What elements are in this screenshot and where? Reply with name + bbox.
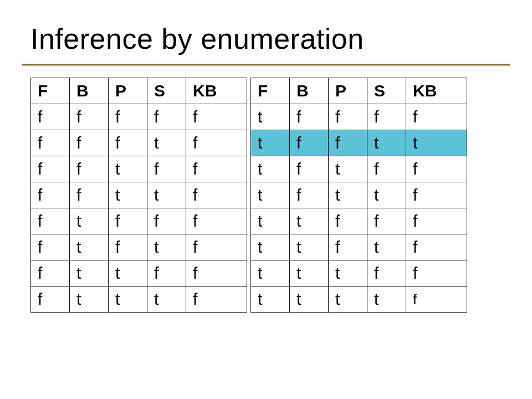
- col-B: B: [290, 78, 329, 104]
- table-row: fttff: [31, 260, 247, 287]
- cell: t: [290, 287, 329, 313]
- col-S: S: [367, 78, 406, 104]
- cell: t: [147, 130, 186, 156]
- cell: f: [329, 130, 367, 156]
- cell: f: [109, 130, 147, 156]
- cell: t: [329, 156, 367, 182]
- cell: t: [251, 208, 290, 234]
- cell: f: [147, 208, 186, 234]
- cell: f: [406, 156, 467, 182]
- cell: f: [147, 156, 186, 182]
- cell: t: [251, 104, 290, 130]
- cell: f: [186, 130, 247, 156]
- cell: f: [290, 130, 329, 156]
- table-header-row: F B P S KB: [251, 78, 467, 104]
- cell: f: [329, 104, 367, 130]
- cell: f: [31, 260, 70, 287]
- cell: f: [31, 182, 70, 208]
- table-row: tffff: [251, 104, 467, 130]
- cell: f: [31, 130, 70, 156]
- content-box: [24, 71, 507, 71]
- cell: f: [186, 234, 247, 260]
- cell: f: [186, 208, 247, 234]
- cell: f: [290, 104, 329, 130]
- cell: f: [109, 208, 147, 234]
- cell: f: [70, 182, 109, 208]
- cell: t: [70, 260, 109, 287]
- cell: f: [70, 156, 109, 182]
- truth-tables: F B P S KB fffffffftffftffffttfftfffftft…: [30, 78, 467, 313]
- table-row: ttttf: [251, 287, 467, 313]
- cell: f: [31, 234, 70, 260]
- cell: f: [70, 104, 109, 130]
- cell: t: [290, 260, 329, 287]
- col-F: F: [31, 78, 70, 104]
- cell: t: [367, 234, 406, 260]
- table-row: ftttf: [31, 287, 247, 313]
- right-tbody: tfffftfftttftfftfttfttfffttftftttffttttf: [251, 104, 467, 313]
- cell: f: [186, 156, 247, 182]
- col-S: S: [147, 78, 186, 104]
- cell: f: [406, 260, 467, 287]
- cell: f: [329, 208, 367, 234]
- cell: f: [186, 182, 247, 208]
- cell: t: [329, 182, 367, 208]
- cell: t: [367, 130, 406, 156]
- cell: t: [109, 287, 147, 313]
- cell: f: [367, 104, 406, 130]
- cell: t: [109, 182, 147, 208]
- cell: f: [186, 104, 247, 130]
- table-header-row: F B P S KB: [31, 78, 247, 104]
- cell: f: [406, 234, 467, 260]
- cell: t: [251, 260, 290, 287]
- table-row: ftfff: [31, 208, 247, 234]
- table-row: ttfff: [251, 208, 467, 234]
- table-row: tfftt: [251, 130, 467, 156]
- title-rule: [22, 64, 510, 67]
- cell: f: [290, 182, 329, 208]
- cell: f: [406, 287, 467, 313]
- cell: t: [147, 234, 186, 260]
- cell: f: [186, 260, 247, 287]
- cell: f: [31, 208, 70, 234]
- cell: f: [367, 208, 406, 234]
- col-P: P: [109, 78, 147, 104]
- cell: f: [70, 130, 109, 156]
- cell: f: [31, 156, 70, 182]
- cell: f: [31, 287, 70, 313]
- cell: t: [251, 130, 290, 156]
- left-tbody: fffffffftffftffffttfftfffftftffttffftttf: [31, 104, 247, 313]
- cell: t: [251, 156, 290, 182]
- truth-table-left: F B P S KB fffffffftffftffffttfftfffftft…: [30, 78, 247, 313]
- cell: f: [367, 260, 406, 287]
- cell: t: [70, 287, 109, 313]
- table-row: ffttf: [31, 182, 247, 208]
- cell: t: [147, 287, 186, 313]
- cell: f: [367, 156, 406, 182]
- cell: t: [251, 287, 290, 313]
- cell: f: [329, 234, 367, 260]
- cell: f: [109, 234, 147, 260]
- col-KB: KB: [186, 78, 247, 104]
- cell: f: [406, 208, 467, 234]
- cell: t: [290, 208, 329, 234]
- table-row: tttff: [251, 260, 467, 287]
- slide-title: Inference by enumeration: [30, 22, 364, 55]
- cell: f: [186, 287, 247, 313]
- cell: t: [290, 234, 329, 260]
- cell: f: [147, 260, 186, 287]
- cell: t: [251, 234, 290, 260]
- truth-table-right: F B P S KB tfffftfftttftfftfttfttfffttft…: [250, 78, 467, 313]
- table-row: fffff: [31, 104, 247, 130]
- cell: f: [31, 104, 70, 130]
- table-row: tfttf: [251, 182, 467, 208]
- col-KB: KB: [406, 78, 467, 104]
- table-row: ffftf: [31, 130, 247, 156]
- col-B: B: [70, 78, 109, 104]
- cell: t: [329, 260, 367, 287]
- cell: f: [406, 104, 467, 130]
- col-F: F: [251, 78, 290, 104]
- table-row: ftftf: [31, 234, 247, 260]
- table-row: ttftf: [251, 234, 467, 260]
- cell: f: [147, 104, 186, 130]
